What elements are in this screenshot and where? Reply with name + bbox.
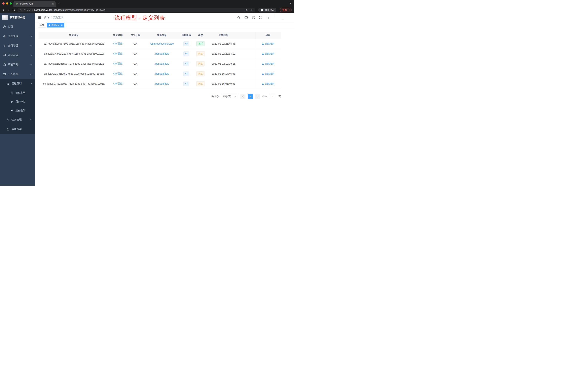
definition-id: oa_leave:1:482ec033-762a-11ec-8477-a2380… [39, 79, 109, 89]
security-label[interactable]: 不安全 [24, 8, 31, 11]
sidebar-item-label: 请假查询 [11, 128, 32, 131]
close-window-button[interactable] [2, 2, 5, 5]
user-icon [262, 63, 264, 65]
assign-rule-link[interactable]: 分配规则 [262, 82, 274, 85]
column-header: 定义分类 [126, 32, 144, 39]
definition-name-link[interactable]: OA 请假 [113, 72, 122, 75]
bookmark-star-icon[interactable]: ☆ [251, 9, 253, 11]
tag-close-icon[interactable]: ✕ [61, 24, 63, 26]
form-info-link[interactable]: /bpm/oa/flow [155, 72, 169, 75]
github-icon[interactable] [244, 16, 248, 19]
user-avatar-dropdown[interactable] [274, 14, 281, 21]
definition-name-link[interactable]: OA 请假 [113, 42, 122, 45]
form-info-link[interactable]: /bpm/oa/leave/create [150, 42, 174, 45]
assign-rule-link[interactable]: 分配规则 [262, 52, 274, 55]
assign-rule-link[interactable]: 分配规则 [262, 62, 274, 65]
chevron-down-icon [30, 36, 32, 37]
sidebar-item-user-group[interactable]: 用户分组 [0, 97, 35, 106]
sidebar-item-workflow[interactable]: 工作流程 [0, 69, 35, 79]
incognito-badge: 无痕模式 [258, 8, 276, 12]
yen-icon: ¥ [3, 44, 6, 47]
sidebar-item-label: 系统管理 [8, 34, 28, 38]
chevron-down-icon [30, 45, 32, 46]
font-size-icon[interactable]: TT [266, 16, 269, 19]
chevron-down-icon[interactable] [289, 2, 292, 4]
paper-plane-icon [10, 109, 13, 112]
definition-name-link[interactable]: OA 请假 [113, 52, 122, 55]
address-bar[interactable]: 不安全 dashboard.yudao.iocoder.cn/bpm/manag… [17, 8, 255, 12]
zoom-window-button[interactable] [10, 2, 12, 5]
column-header: 部署时间 [208, 32, 239, 39]
page-content: 定义编号 定义名称 定义分类 表单信息 流程版本 状态 部署时间 操作 oa_l… [35, 28, 294, 99]
red-annotation-text: 流程模型 - 定义列表 [115, 14, 165, 22]
sidebar-item-devtools[interactable]: 研发工具 [0, 60, 35, 69]
page-number-1[interactable]: 1 [248, 94, 253, 99]
deploy-time: 2022-01-16 17:46:53 [208, 69, 239, 79]
key-icon[interactable] [245, 9, 248, 11]
monitor-icon [3, 54, 6, 57]
url-path: /bpm/manager/definition?key=oa_leave [64, 9, 105, 11]
update-button[interactable]: 更新 ⋮ [280, 8, 292, 12]
spacer-cell [239, 49, 255, 59]
sidebar-item-label: 流程管理 [11, 82, 28, 85]
tag-label: 流程定义 [51, 23, 60, 27]
fullscreen-icon[interactable] [259, 16, 262, 19]
form-info-link[interactable]: /bpm/oa/flow [155, 52, 169, 55]
browser-menu-icon[interactable]: ⋮ [288, 9, 291, 11]
definition-name-link[interactable]: OA 请假 [113, 82, 122, 85]
search-icon[interactable] [237, 16, 240, 19]
minimize-window-button[interactable] [6, 2, 8, 5]
definition-name-link[interactable]: OA 请假 [113, 62, 122, 65]
sidebar-item-process-management[interactable]: 流程管理 [0, 79, 35, 88]
sidebar-item-system[interactable]: ⚙ 系统管理 [0, 32, 35, 41]
toolbox-icon [3, 63, 6, 66]
page-size-select[interactable]: 10条/页 [221, 94, 238, 99]
chevron-up-icon [30, 74, 32, 75]
user-icon [6, 128, 10, 131]
sidebar-logo[interactable]: 芋道管理系统 [0, 13, 35, 22]
table-row: oa_leave:3:1fad3d93-7b75-11ec-a3c8-acde4… [39, 59, 281, 69]
new-tab-button[interactable]: + [58, 1, 60, 5]
warning-triangle-icon [20, 9, 22, 11]
assign-rule-link[interactable]: 分配规则 [262, 72, 274, 75]
goto-page-input[interactable] [269, 94, 276, 99]
browser-tab[interactable]: 芋道管理系统 ✕ [13, 1, 56, 7]
definition-table: 定义编号 定义名称 定义分类 表单信息 流程版本 状态 部署时间 操作 oa_l… [39, 32, 281, 89]
table-row: oa_leave:1:482ec033-762a-11ec-8477-a2380… [39, 79, 281, 89]
sidebar-item-task-management[interactable]: 任务管理 [0, 115, 35, 124]
caret-down-icon [282, 19, 284, 20]
tag-process-definition[interactable]: 流程定义 ✕ [47, 23, 64, 27]
browser-chrome: 芋道管理系统 ✕ + 不安全 dashboard.yudao.iocoder.c… [0, 0, 294, 13]
sidebar-item-infrastructure[interactable]: 基础设施 [0, 50, 35, 60]
sidebar-item-process-model[interactable]: 流程模型 [0, 106, 35, 115]
breadcrumb: 首页 / 流程定义 [44, 16, 63, 19]
reload-icon[interactable] [12, 9, 15, 11]
assign-rule-link[interactable]: 分配规则 [262, 42, 274, 45]
sidebar-item-leave-query[interactable]: 请假查询 [0, 124, 35, 134]
next-page-button[interactable] [255, 94, 260, 99]
breadcrumb-home[interactable]: 首页 [44, 16, 49, 19]
forward-icon[interactable] [7, 9, 10, 11]
form-info-link[interactable]: /bpm/oa/flow [155, 62, 169, 65]
avatar[interactable] [274, 14, 274, 17]
tag-home[interactable]: 首页 [38, 23, 46, 27]
back-icon[interactable] [2, 9, 5, 11]
column-header: 操作 [255, 32, 281, 39]
prev-page-button[interactable] [240, 94, 245, 99]
sidebar-toggle-icon[interactable] [38, 16, 41, 19]
definition-category: OA [126, 39, 144, 49]
help-icon[interactable]: ? [252, 16, 255, 19]
form-info-link[interactable]: /bpm/oa/flow [155, 82, 169, 85]
tab-close-icon[interactable]: ✕ [52, 3, 54, 5]
sidebar-item-home[interactable]: 首页 [0, 22, 35, 32]
dashboard-icon [3, 25, 6, 28]
url-text[interactable]: dashboard.yudao.iocoder.cn/bpm/manager/d… [34, 9, 105, 11]
sidebar-item-label: 支付管理 [8, 44, 28, 47]
sidebar-item-process-form[interactable]: 流程表单 [0, 88, 35, 97]
tag-label: 首页 [40, 23, 44, 27]
column-header: 状态 [193, 32, 208, 39]
tab-title: 芋道管理系统 [20, 2, 50, 5]
clipboard-icon [6, 119, 10, 121]
sidebar-item-payment[interactable]: ¥ 支付管理 [0, 41, 35, 50]
version-tag: v2 [183, 72, 189, 76]
